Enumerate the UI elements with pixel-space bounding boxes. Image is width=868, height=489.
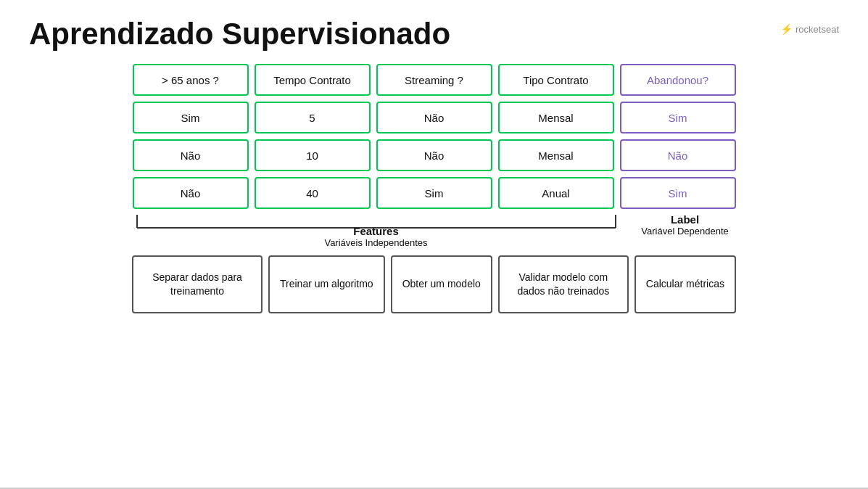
table-cell-2-2: Sim — [376, 177, 492, 209]
rocket-icon: ⚡ — [780, 23, 793, 35]
label-label: Label — [627, 213, 743, 226]
table-cell-2-1: 40 — [255, 177, 371, 209]
logo: ⚡ rocketseat — [780, 23, 839, 35]
page-title: Aprendizado Supervisionado — [29, 17, 450, 51]
table-cell-0-4: Sim — [620, 102, 736, 133]
table-cell-1-0: Não — [133, 139, 249, 171]
table-cell-1-4: Não — [620, 139, 736, 171]
table-cell-0-0: Sim — [133, 102, 249, 133]
table-cell-0-2: Não — [376, 102, 492, 133]
features-label: Features — [131, 225, 621, 237]
table-section: > 65 anos ?Tempo ContratoStreaming ?Tipo… — [29, 64, 839, 242]
table-cell-1-3: Mensal — [498, 139, 614, 171]
table-cell-2-4: Sim — [620, 177, 736, 209]
table-header-3: Tipo Contrato — [498, 64, 614, 96]
features-sub: Variáveis Independentes — [131, 237, 621, 248]
data-table: > 65 anos ?Tempo ContratoStreaming ?Tipo… — [133, 64, 736, 209]
table-cell-0-1: 5 — [255, 102, 371, 133]
step-box-2: Obter um modelo — [391, 255, 492, 313]
step-box-0: Separar dados para treinamento — [132, 255, 263, 313]
table-cell-1-2: Não — [376, 139, 492, 171]
label-sub: Variável Dependente — [627, 226, 743, 237]
logo-text: rocketseat — [795, 24, 839, 35]
step-box-1: Treinar um algoritmo — [268, 255, 385, 313]
page: Aprendizado Supervisionado ⚡ rocketseat … — [0, 0, 868, 489]
table-cell-2-0: Não — [133, 177, 249, 209]
table-cell-0-3: Mensal — [498, 102, 614, 133]
table-header-1: Tempo Contrato — [255, 64, 371, 96]
table-cell-2-3: Anual — [498, 177, 614, 209]
header: Aprendizado Supervisionado ⚡ rocketseat — [29, 17, 839, 51]
step-box-4: Calcular métricas — [635, 255, 736, 313]
table-header-0: > 65 anos ? — [133, 64, 249, 96]
table-header-4: Abandonou? — [620, 64, 736, 96]
steps-section: Separar dados para treinamentoTreinar um… — [29, 255, 839, 313]
step-box-3: Validar modelo com dados não treinados — [498, 255, 629, 313]
table-cell-1-1: 10 — [255, 139, 371, 171]
table-header-2: Streaming ? — [376, 64, 492, 96]
